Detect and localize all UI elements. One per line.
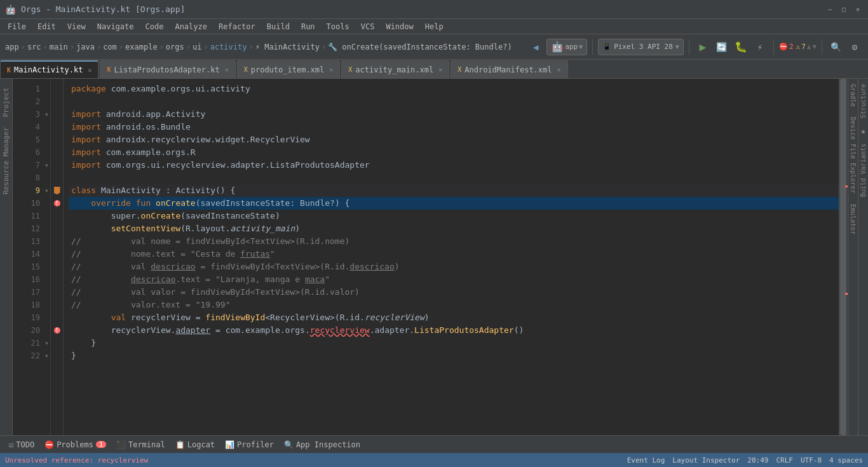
back-button[interactable]: ◀ bbox=[527, 39, 544, 55]
breadcrumb-orgs[interactable]: orgs bbox=[166, 43, 184, 51]
tab-listaprodutos-close[interactable]: ✕ bbox=[225, 66, 229, 73]
run-button[interactable]: ▶ bbox=[695, 39, 711, 55]
breadcrumb-mainactivity[interactable]: ⚡ MainActivity bbox=[255, 43, 320, 51]
sync-button[interactable]: 🔄 bbox=[714, 39, 730, 55]
bottom-tab-todo[interactable]: ☑ TODO bbox=[5, 438, 38, 452]
fold-3[interactable]: ▾ bbox=[41, 108, 49, 121]
logcat-icon: 📋 bbox=[175, 440, 185, 449]
breadcrumb-activity[interactable]: activity bbox=[210, 43, 247, 51]
breadcrumb-example[interactable]: example bbox=[125, 43, 158, 51]
code-line-7: import com.orgs.ui.recyclerview.adapter.… bbox=[69, 159, 839, 172]
toolbar-sep2 bbox=[689, 39, 689, 55]
menu-item-help[interactable]: Help bbox=[420, 21, 449, 32]
fold-9[interactable]: ▾ bbox=[41, 184, 49, 197]
sidebar-favorites[interactable]: ★ bbox=[858, 123, 868, 139]
menu-item-file[interactable]: File bbox=[3, 21, 31, 32]
code-line-11: super.onCreate(savedInstanceState) bbox=[69, 210, 839, 222]
breadcrumb-ui[interactable]: ui bbox=[193, 43, 201, 51]
breadcrumb-oncreate[interactable]: 🔧 onCreate(savedInstanceState: Bundle?) bbox=[328, 43, 512, 51]
menu-item-run[interactable]: Run bbox=[296, 21, 320, 32]
bottom-tab-logcat[interactable]: 📋 Logcat bbox=[172, 438, 219, 452]
bottom-tab-profiler[interactable]: 📊 Profiler bbox=[221, 438, 278, 452]
code-line-21: } bbox=[69, 337, 839, 349]
xml-icon-3: X bbox=[458, 66, 461, 73]
breadcrumb-main[interactable]: main bbox=[50, 43, 68, 51]
warning-count[interactable]: ⚠ 7 ▲▼ bbox=[796, 43, 817, 51]
sidebar-structure[interactable]: Structure bbox=[858, 79, 868, 123]
scrollbar-thumb[interactable] bbox=[840, 79, 846, 435]
sidebar-emulator[interactable]: Emulator bbox=[848, 199, 858, 240]
tab-mainactivity-close[interactable]: ✕ bbox=[88, 67, 92, 74]
close-button[interactable]: ✕ bbox=[853, 4, 863, 15]
code-editor[interactable]: package com.example.orgs.ui.activity imp… bbox=[64, 79, 839, 435]
tab-activitymain-close[interactable]: ✕ bbox=[438, 66, 442, 73]
menu-item-build[interactable]: Build bbox=[262, 21, 295, 32]
fold-7[interactable]: ▾ bbox=[41, 159, 49, 172]
tab-produto-close[interactable]: ✕ bbox=[329, 66, 333, 73]
menu-item-analyze[interactable]: Analyze bbox=[170, 21, 212, 32]
error-marker-10: ! bbox=[54, 200, 60, 206]
status-crlf[interactable]: CRLF bbox=[776, 456, 793, 464]
line-num-11: 11 bbox=[29, 210, 40, 222]
error-count[interactable]: ⛔ 2 bbox=[779, 43, 794, 51]
sidebar-gradle[interactable]: Gradle bbox=[848, 79, 858, 112]
search-button[interactable]: 🔍 bbox=[827, 39, 844, 55]
code-line-1: package com.example.orgs.ui.activity bbox=[69, 83, 839, 95]
code-line-19: val recyclerView = findViewById<Recycler… bbox=[69, 311, 839, 324]
app-selector[interactable]: 🤖 app ▼ bbox=[546, 39, 587, 55]
status-position[interactable]: 20:49 bbox=[747, 456, 768, 464]
breadcrumb-java[interactable]: java bbox=[76, 43, 95, 51]
bottom-panel: ☑ TODO ⛔ Problems 1 ⬛ Terminal 📋 Logcat … bbox=[0, 435, 868, 453]
editor-scrollbar[interactable] bbox=[839, 79, 848, 435]
profile-button[interactable]: ⚡ bbox=[752, 39, 768, 55]
line-num-21: 21 bbox=[29, 337, 40, 349]
breadcrumb-src[interactable]: src bbox=[27, 43, 41, 51]
bottom-tab-app-inspection[interactable]: 🔍 App Inspection bbox=[280, 438, 364, 452]
bottom-tab-problems[interactable]: ⛔ Problems 1 bbox=[41, 438, 110, 452]
sidebar-resource-manager[interactable]: Resource Manager bbox=[1, 122, 11, 200]
line-num-4: 4 bbox=[29, 121, 40, 133]
menu-item-tools[interactable]: Tools bbox=[322, 21, 355, 32]
status-charset[interactable]: UTF-8 bbox=[801, 456, 822, 464]
event-log-link[interactable]: Event Log bbox=[627, 456, 665, 464]
menu-item-edit[interactable]: Edit bbox=[32, 21, 61, 32]
sidebar-build-variants[interactable]: Build Variants bbox=[858, 139, 868, 202]
line-num-15: 15 bbox=[29, 261, 40, 273]
code-line-4: import android.os.Bundle bbox=[69, 121, 839, 133]
menu-item-navigate[interactable]: Navigate bbox=[92, 21, 139, 32]
breadcrumb-com[interactable]: com bbox=[103, 43, 117, 51]
toolbar-sep3 bbox=[773, 39, 774, 55]
minimize-button[interactable]: — bbox=[825, 4, 835, 15]
app-icon: 🤖 bbox=[5, 4, 16, 15]
code-line-14: // nome.text = "Cesta de frutas" bbox=[69, 248, 839, 261]
debug-button[interactable]: 🐛 bbox=[733, 39, 749, 55]
code-area[interactable]: 1 2 3 ▾ 4 5 bbox=[13, 79, 848, 435]
line-num-7: 7 bbox=[29, 159, 40, 172]
title-bar-title: Orgs - MainActivity.kt [Orgs.app] bbox=[21, 4, 185, 14]
line-num-10: 10 bbox=[29, 197, 40, 210]
fold-21[interactable]: ▾ bbox=[41, 337, 49, 349]
layout-inspector-link[interactable]: Layout Inspector bbox=[672, 456, 740, 464]
menu-item-refactor[interactable]: Refactor bbox=[214, 21, 261, 32]
tab-manifest-close[interactable]: ✕ bbox=[557, 66, 561, 73]
tab-listaprodutosadapter[interactable]: K ListaProdutosAdapter.kt ✕ bbox=[100, 60, 235, 78]
menu-item-window[interactable]: Window bbox=[381, 21, 418, 32]
bottom-tab-terminal[interactable]: ⬛ Terminal bbox=[112, 438, 169, 452]
menu-item-vcs[interactable]: VCS bbox=[356, 21, 380, 32]
menu-item-view[interactable]: View bbox=[62, 21, 91, 32]
device-selector[interactable]: 📱 Pixel 3 API 28 ▼ bbox=[598, 39, 684, 55]
tab-mainactivity[interactable]: K MainActivity.kt ✕ bbox=[0, 60, 98, 78]
tab-activity-main[interactable]: X activity_main.xml ✕ bbox=[341, 60, 449, 78]
sidebar-device-file-explorer[interactable]: Device File Explorer bbox=[848, 112, 858, 198]
settings-button[interactable]: ⚙ bbox=[846, 39, 863, 55]
tab-produto-item[interactable]: X produto_item.xml ✕ bbox=[237, 60, 341, 78]
tab-listaprodutos-label: ListaProdutosAdapter.kt bbox=[114, 65, 219, 74]
sidebar-project[interactable]: Project bbox=[1, 83, 11, 122]
tab-androidmanifest[interactable]: X AndroidManifest.xml ✕ bbox=[451, 60, 567, 78]
breadcrumb-app[interactable]: app bbox=[5, 43, 19, 51]
menu-item-code[interactable]: Code bbox=[140, 21, 169, 32]
code-line-6: import com.example.orgs.R bbox=[69, 146, 839, 159]
status-indent[interactable]: 4 spaces bbox=[829, 456, 863, 464]
fold-22[interactable]: ▾ bbox=[41, 349, 49, 362]
maximize-button[interactable]: □ bbox=[839, 4, 849, 15]
